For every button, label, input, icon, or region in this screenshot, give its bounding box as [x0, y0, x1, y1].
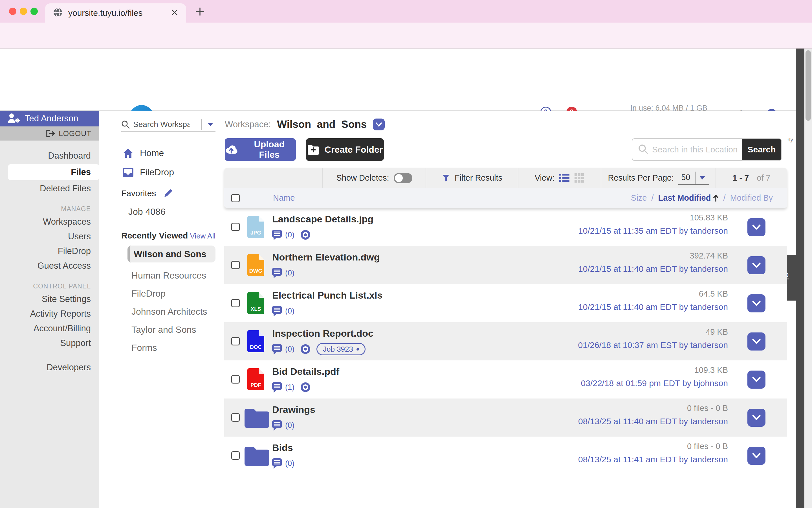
- row-last-modified[interactable]: 03/22/18 at 01:59 pm EDT by bjohnson: [581, 378, 728, 388]
- row-actions-button[interactable]: [748, 447, 765, 465]
- chevron-down-icon: [752, 262, 761, 268]
- scrollbar-thumb[interactable]: [806, 50, 811, 121]
- workspace-search-input[interactable]: [133, 120, 190, 129]
- sidebar-item-users[interactable]: Users: [0, 229, 99, 244]
- location-search-input[interactable]: [652, 145, 742, 154]
- workspace-search: [121, 117, 216, 132]
- browser-tab[interactable]: yoursite.tuyu.io/files: [45, 3, 186, 23]
- row-actions-button[interactable]: [748, 333, 765, 350]
- recent-workspace-johnson-architects[interactable]: Johnson Architects: [128, 302, 216, 321]
- sidebar-item-workspaces[interactable]: Workspaces: [0, 214, 99, 229]
- browser-toolbar: yoursite.tuyu.io/files: [0, 23, 812, 48]
- row-meta: (1): [272, 381, 311, 394]
- sidebar-item-developers[interactable]: Developers: [0, 360, 99, 375]
- recent-workspace-wilson-and-sons[interactable]: Wilson and Sons: [128, 246, 216, 262]
- search-button[interactable]: Search: [742, 139, 781, 160]
- nav-filedrop[interactable]: FileDrop: [123, 167, 174, 177]
- preview-button[interactable]: [300, 382, 311, 392]
- browser-tab-strip: yoursite.tuyu.io/files: [0, 0, 812, 23]
- sidebar-item-account-billing[interactable]: Account/Billing: [0, 321, 99, 336]
- sort-by-modified-by[interactable]: Modified By: [730, 193, 773, 203]
- row-actions-button[interactable]: [748, 256, 765, 274]
- row-actions-button[interactable]: [748, 409, 765, 427]
- recent-workspace-human-resources[interactable]: Human Resources: [128, 266, 216, 285]
- row-checkbox[interactable]: [231, 299, 240, 307]
- comments-button[interactable]: (0): [272, 343, 294, 355]
- sidebar-item-support[interactable]: Support: [0, 336, 99, 350]
- row-checkbox[interactable]: [231, 261, 240, 269]
- row-last-modified[interactable]: 10/21/15 at 11:40 am EDT by tanderson: [578, 264, 728, 274]
- row-last-modified[interactable]: 10/21/15 at 11:40 am EDT by tanderson: [578, 302, 728, 312]
- file-name[interactable]: Electrical Punch List.xls: [272, 290, 382, 301]
- recent-workspace-forms[interactable]: Forms: [128, 339, 216, 357]
- filter-results-label: Filter Results: [455, 173, 502, 182]
- new-tab-button[interactable]: [195, 6, 205, 18]
- workspace-dropdown-button[interactable]: [373, 119, 385, 130]
- row-last-modified[interactable]: 01/26/18 at 10:37 am EST by tanderson: [578, 340, 728, 350]
- row-checkbox[interactable]: [231, 413, 240, 422]
- grid-view-icon[interactable]: [574, 173, 584, 183]
- comments-button[interactable]: (0): [272, 267, 294, 279]
- row-checkbox[interactable]: [231, 337, 240, 345]
- comments-button[interactable]: (0): [272, 305, 294, 316]
- name-column-header[interactable]: Name: [273, 193, 295, 203]
- job-tag[interactable]: Job 3923: [317, 343, 366, 355]
- file-name[interactable]: Landscape Details.jpg: [272, 214, 373, 225]
- comments-button[interactable]: (0): [272, 458, 294, 469]
- nav-home[interactable]: Home: [123, 148, 164, 158]
- comments-button[interactable]: (0): [272, 229, 294, 241]
- recent-workspace-filedrop[interactable]: FileDrop: [128, 285, 216, 302]
- sidebar-item-dashboard[interactable]: Dashboard: [0, 149, 99, 163]
- file-name[interactable]: Bid Details.pdf: [272, 366, 339, 377]
- edit-pencil-icon[interactable]: [163, 188, 173, 198]
- create-folder-button[interactable]: Create Folder: [306, 138, 384, 161]
- favorites-label: Favorites: [121, 188, 156, 198]
- comments-button[interactable]: (1): [272, 382, 294, 393]
- row-meta: (0): [272, 457, 294, 470]
- comments-button[interactable]: (0): [272, 420, 294, 431]
- row-actions-button[interactable]: [748, 371, 765, 389]
- preview-button[interactable]: [300, 344, 311, 354]
- show-deletes-toggle[interactable]: [394, 173, 412, 183]
- sort-by-last-modified[interactable]: Last Modified: [658, 193, 719, 203]
- chevron-down-icon: [752, 415, 761, 421]
- row-last-modified[interactable]: 08/13/25 at 11:40 am EDT by tanderson: [578, 417, 728, 426]
- comments-icon: [272, 458, 282, 469]
- upload-files-button[interactable]: Upload Files: [225, 138, 296, 161]
- sidebar-item-files[interactable]: Files: [8, 164, 99, 180]
- sort-by-size[interactable]: Size: [631, 193, 647, 203]
- sidebar-item-site-settings[interactable]: Site Settings: [0, 292, 99, 306]
- file-name[interactable]: Northern Elevation.dwg: [272, 252, 380, 263]
- row-last-modified[interactable]: 10/21/15 at 11:35 am EDT by tanderson: [578, 226, 728, 236]
- current-user-bar[interactable]: Ted Anderson: [0, 111, 99, 126]
- folder-name[interactable]: Drawings: [272, 404, 315, 415]
- select-all-checkbox[interactable]: [231, 194, 240, 202]
- sidebar-item-deleted-files[interactable]: Deleted Files: [0, 181, 99, 196]
- row-last-modified[interactable]: 08/13/25 at 11:41 am EDT by tanderson: [578, 455, 728, 464]
- row-actions-button[interactable]: [748, 218, 765, 236]
- tab-close-icon[interactable]: [171, 9, 178, 17]
- view-all-link[interactable]: View All: [190, 232, 216, 241]
- results-per-page-dropdown[interactable]: 50: [678, 172, 709, 184]
- traffic-zoom[interactable]: [31, 8, 38, 15]
- comment-count: (0): [285, 459, 294, 468]
- folder-name[interactable]: Bids: [272, 442, 293, 453]
- recent-workspace-taylor-and-sons[interactable]: Taylor and Sons: [128, 321, 216, 339]
- favorite-item[interactable]: Job 4086: [128, 207, 165, 217]
- row-actions-button[interactable]: [748, 294, 765, 312]
- file-type-icon: PDF: [247, 368, 264, 390]
- file-name[interactable]: Inspection Report.doc: [272, 328, 373, 339]
- sidebar-item-activity-reports[interactable]: Activity Reports: [0, 306, 99, 321]
- traffic-minimize[interactable]: [20, 8, 27, 15]
- sidebar-item-filedrop[interactable]: FileDrop: [0, 244, 99, 258]
- workspace-search-dropdown[interactable]: [207, 122, 214, 127]
- row-checkbox[interactable]: [231, 223, 240, 231]
- list-view-icon[interactable]: [559, 174, 570, 182]
- sidebar-item-guest-access[interactable]: Guest Access: [0, 258, 99, 273]
- logout-button[interactable]: LOGOUT: [0, 126, 99, 140]
- preview-button[interactable]: [300, 229, 311, 240]
- filter-results-button[interactable]: Filter Results: [426, 168, 518, 188]
- row-checkbox[interactable]: [231, 375, 240, 384]
- traffic-close[interactable]: [9, 8, 16, 15]
- row-checkbox[interactable]: [231, 451, 240, 460]
